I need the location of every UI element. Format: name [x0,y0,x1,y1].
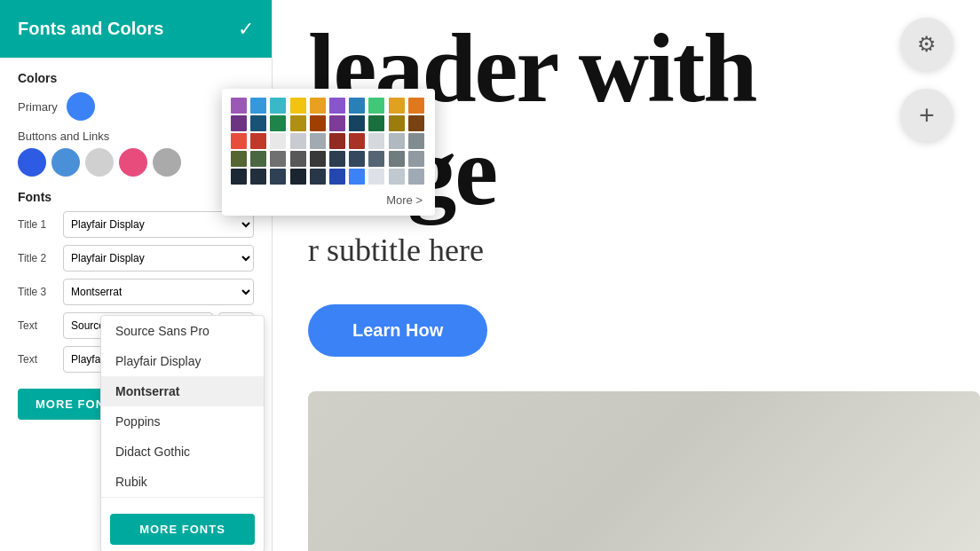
color-cell[interactable] [270,169,286,185]
color-cell[interactable] [231,133,247,149]
color-cell[interactable] [329,98,345,114]
color-cell[interactable] [389,169,405,185]
color-cell[interactable] [368,169,384,185]
buttons-links-row [18,148,254,177]
color-cell[interactable] [389,151,405,167]
color-cell[interactable] [250,115,266,131]
font-select-title2[interactable]: Playfair Display [63,245,254,272]
color-cell[interactable] [290,98,306,114]
color-cell[interactable] [250,169,266,185]
color-cell[interactable] [349,151,365,167]
color-cell[interactable] [290,133,306,149]
more-fonts-button-dropdown[interactable]: MORE FONTS [110,514,255,545]
font-dropdown-item[interactable]: Poppins [101,406,264,437]
color-cell[interactable] [231,115,247,131]
color-cell[interactable] [329,115,345,131]
color-cell[interactable] [310,133,326,149]
font-select-title3[interactable]: Montserrat [63,279,254,305]
color-cell[interactable] [389,133,405,149]
color-cell[interactable] [408,133,424,149]
color-cell[interactable] [290,115,306,131]
color-cell[interactable] [349,115,365,131]
color-cell[interactable] [329,169,345,185]
color-cell[interactable] [349,98,365,114]
color-cell[interactable] [310,98,326,114]
color-cell[interactable] [270,151,286,167]
color-cell[interactable] [349,133,365,149]
color-picker-popup: More > [222,89,435,216]
color-cell[interactable] [231,169,247,185]
font-row-title2: Title 2 Playfair Display [18,245,254,272]
colors-section-label: Colors [18,71,254,85]
font-row-title3: Title 3 Montserrat [18,279,254,305]
main-content: leader with nage r subtitle here Learn H… [273,0,980,551]
swatch-4[interactable] [119,148,147,177]
color-grid [231,98,426,185]
gear-icon: ⚙ [917,32,937,57]
font-label-text2: Text [18,353,58,366]
more-colors-link[interactable]: More > [231,193,426,207]
color-cell[interactable] [368,133,384,149]
color-cell[interactable] [368,151,384,167]
font-label-title1: Title 1 [18,218,58,231]
color-cell[interactable] [408,151,424,167]
primary-row: Primary [18,92,254,121]
buttons-links-label: Buttons and Links [18,130,254,143]
color-cell[interactable] [329,133,345,149]
font-label-text1: Text [18,319,58,332]
font-dropdown-item[interactable]: Didact Gothic [101,437,264,467]
color-cell[interactable] [310,151,326,167]
plus-icon: + [919,100,935,130]
font-row-title1: Title 1 Playfair Display [18,211,254,238]
gear-button[interactable]: ⚙ [900,18,953,71]
font-dropdown-item[interactable]: Montserrat [101,376,264,406]
color-cell[interactable] [270,133,286,149]
hero-subtitle: r subtitle here [308,232,944,269]
primary-color-swatch[interactable] [67,92,95,121]
learn-how-button[interactable]: Learn How [308,304,487,357]
fonts-section-label: Fonts [18,190,254,204]
color-cell[interactable] [290,151,306,167]
font-label-title3: Title 3 [18,286,58,298]
font-dropdown-item[interactable]: Playfair Display [101,346,264,376]
confirm-button[interactable]: ✓ [238,18,254,41]
color-cell[interactable] [408,169,424,185]
font-label-title2: Title 2 [18,252,58,264]
swatch-3[interactable] [85,148,114,177]
color-cell[interactable] [408,115,424,131]
color-cell[interactable] [408,98,424,114]
swatch-2[interactable] [51,148,80,177]
color-cell[interactable] [389,115,405,131]
color-cell[interactable] [250,151,266,167]
color-cell[interactable] [310,115,326,131]
swatch-5[interactable] [153,148,181,177]
color-cell[interactable] [290,169,306,185]
color-cell[interactable] [368,115,384,131]
color-cell[interactable] [250,98,266,114]
font-dropdown-item[interactable]: Rubik [101,467,264,497]
hero-image [308,391,980,551]
color-cell[interactable] [389,98,405,114]
color-cell[interactable] [310,169,326,185]
panel-header: Fonts and Colors ✓ [0,0,272,58]
font-dropdown-item[interactable]: Source Sans Pro [101,316,264,346]
panel-title: Fonts and Colors [18,19,163,39]
color-cell[interactable] [349,169,365,185]
color-cell[interactable] [231,151,247,167]
color-cell[interactable] [368,98,384,114]
color-cell[interactable] [231,98,247,114]
color-cell[interactable] [270,115,286,131]
font-dropdown-popup: Source Sans ProPlayfair DisplayMontserra… [100,315,265,551]
add-button[interactable]: + [900,89,953,142]
color-cell[interactable] [250,133,266,149]
color-cell[interactable] [270,98,286,114]
swatch-1[interactable] [18,148,46,177]
color-cell[interactable] [329,151,345,167]
primary-label: Primary [18,100,58,114]
